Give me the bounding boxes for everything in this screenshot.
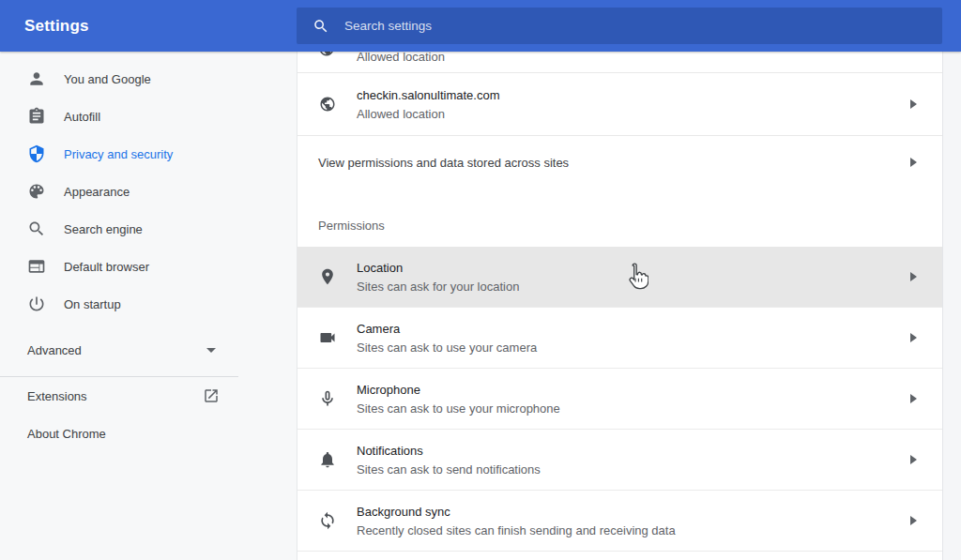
browser-window-icon	[27, 257, 46, 276]
search-input[interactable]	[344, 19, 870, 33]
magnifier-icon	[27, 219, 46, 238]
about-chrome-label: About Chrome	[27, 427, 106, 441]
permission-row-notifications[interactable]: Notifications Sites can ask to send noti…	[297, 430, 942, 491]
permission-subtitle: Recently closed sites can finish sending…	[357, 523, 676, 537]
power-icon	[27, 295, 46, 313]
permission-subtitle: Sites can ask to use your camera	[357, 341, 537, 355]
globe-icon	[318, 96, 337, 113]
sidebar-item-advanced[interactable]: Advanced	[0, 331, 297, 369]
sidebar-item-about-chrome[interactable]: About Chrome	[0, 415, 297, 452]
sidebar-item-extensions[interactable]: Extensions	[0, 377, 297, 415]
autofill-icon	[27, 107, 46, 126]
permission-title: Notifications	[357, 444, 541, 458]
sidebar-item-appearance[interactable]: Appearance	[0, 173, 297, 210]
sidebar-item-privacy-and-security[interactable]: Privacy and security	[0, 135, 297, 173]
permission-subtitle: Sites can ask for your location	[357, 280, 519, 294]
sync-icon	[318, 511, 337, 530]
site-row-partial[interactable]: Allowed location	[297, 52, 942, 73]
permission-title: Location	[357, 261, 519, 275]
sidebar-item-autofill[interactable]: Autofill	[0, 98, 297, 135]
permission-row-background-sync[interactable]: Background sync Recently closed sites ca…	[297, 491, 942, 552]
chevron-right-icon	[910, 333, 917, 342]
sidebar-item-label: Appearance	[64, 185, 130, 199]
sidebar-item-label: On startup	[64, 297, 121, 311]
permission-subtitle: Sites can ask to use your microphone	[357, 401, 560, 416]
shield-icon	[27, 144, 46, 163]
permission-title: Background sync	[357, 505, 676, 519]
site-settings-card: Allowed location checkin.salonultimate.c…	[297, 52, 942, 560]
permission-row-microphone[interactable]: Microphone Sites can ask to use your mic…	[297, 369, 942, 430]
open-in-new-icon	[203, 387, 220, 404]
globe-icon	[318, 52, 335, 57]
sidebar-item-you-and-google[interactable]: You and Google	[0, 60, 297, 98]
site-permission-status: Allowed location	[357, 52, 445, 64]
location-pin-icon	[318, 267, 337, 286]
chevron-right-icon	[910, 158, 917, 167]
chevron-right-icon	[910, 272, 917, 281]
sidebar-item-label: Privacy and security	[64, 147, 173, 161]
sidebar-item-label: Autofill	[64, 110, 100, 124]
search-icon	[313, 18, 329, 35]
permissions-section-title: Permissions	[297, 189, 942, 247]
chevron-right-icon	[910, 455, 917, 464]
site-row[interactable]: checkin.salonultimate.com Allowed locati…	[297, 73, 942, 136]
palette-icon	[27, 182, 46, 201]
bell-icon	[318, 450, 337, 469]
sidebar-item-label: You and Google	[64, 72, 151, 86]
page-title: Settings	[24, 17, 89, 36]
view-permissions-label: View permissions and data stored across …	[318, 156, 569, 170]
permission-row-location[interactable]: Location Sites can ask for your location	[297, 247, 942, 308]
permission-title: Microphone	[357, 383, 560, 397]
site-permission-status: Allowed location	[357, 107, 499, 121]
chevron-right-icon	[910, 516, 917, 525]
sidebar-item-label: Default browser	[64, 260, 149, 274]
advanced-label: Advanced	[27, 343, 82, 357]
permission-subtitle: Sites can ask to send notifications	[357, 462, 541, 477]
permission-row-camera[interactable]: Camera Sites can ask to use your camera	[297, 308, 942, 369]
sidebar-item-on-startup[interactable]: On startup	[0, 285, 297, 323]
extensions-label: Extensions	[27, 389, 87, 403]
sidebar-item-default-browser[interactable]: Default browser	[0, 248, 297, 285]
settings-toolbar: Settings	[0, 0, 961, 52]
camera-icon	[318, 328, 337, 347]
search-settings-box[interactable]	[297, 8, 942, 44]
view-permissions-row[interactable]: View permissions and data stored across …	[297, 136, 942, 189]
permission-title: Camera	[357, 322, 537, 336]
person-icon	[27, 69, 46, 88]
scrollbar-track[interactable]	[942, 52, 961, 560]
chevron-right-icon	[910, 394, 917, 403]
microphone-icon	[318, 389, 337, 408]
sidebar-item-label: Search engine	[64, 222, 143, 236]
chevron-down-icon	[206, 348, 216, 353]
site-url: checkin.salonultimate.com	[357, 88, 499, 102]
sidebar-item-search-engine[interactable]: Search engine	[0, 210, 297, 248]
settings-sidebar: You and Google Autofill Privacy and secu…	[0, 52, 297, 560]
chevron-right-icon	[910, 99, 917, 109]
